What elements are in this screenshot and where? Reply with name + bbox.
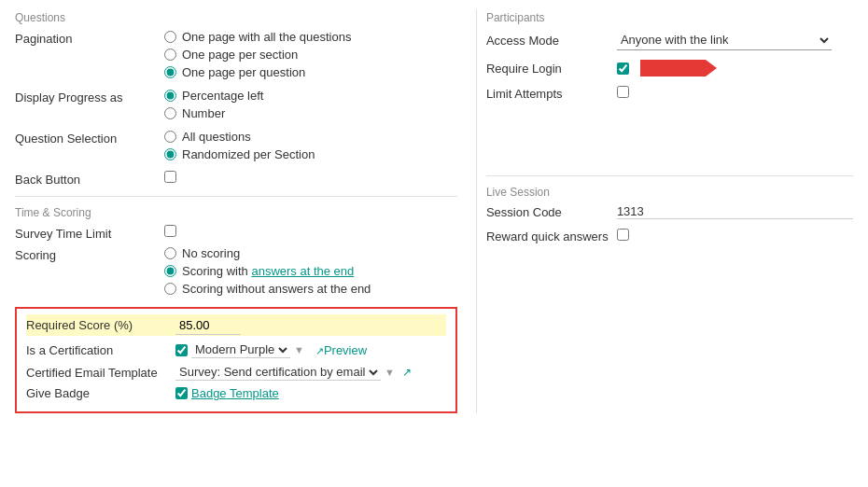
scoring-radio-1[interactable] xyxy=(164,265,176,277)
is-certification-label: Is a Certification xyxy=(26,343,175,357)
is-certification-checkbox[interactable] xyxy=(175,344,188,356)
is-certification-row: Is a Certification Modern Purple Classic… xyxy=(26,341,446,358)
access-mode-value: Anyone with the link Invited people only… xyxy=(617,30,853,50)
display-progress-row: Display Progress as Percentage left Numb… xyxy=(15,89,457,124)
pagination-label-2: One page per question xyxy=(182,65,305,79)
scoring-option-1[interactable]: Scoring with answers at the end xyxy=(164,264,457,278)
scoring-row: Scoring No scoring Scoring with answers … xyxy=(15,246,457,299)
session-code-row: Session Code 1313 xyxy=(486,204,853,219)
require-login-checkbox[interactable] xyxy=(617,63,629,75)
display-progress-radio-0[interactable] xyxy=(164,90,176,102)
limit-attempts-checkbox[interactable] xyxy=(617,86,629,98)
back-button-row: Back Button xyxy=(15,171,457,187)
question-selection-row: Question Selection All questions Randomi… xyxy=(15,130,457,165)
email-dropdown-icon: ▼ xyxy=(385,367,395,378)
certification-template-select[interactable]: Modern Purple Classic Blue Simple White xyxy=(191,341,290,358)
pagination-radio-2[interactable] xyxy=(164,66,176,78)
preview-link[interactable]: ↗Preview xyxy=(315,343,367,357)
question-selection-label-0: All questions xyxy=(182,130,251,144)
scoring-radio-2[interactable] xyxy=(164,283,176,295)
certified-email-row: Certified Email Template Survey: Send ce… xyxy=(26,364,446,381)
red-arrow-indicator xyxy=(640,60,706,77)
time-scoring-title: Time & Scoring xyxy=(15,206,457,219)
pagination-row: Pagination One page with all the questio… xyxy=(15,30,457,83)
require-login-value xyxy=(617,60,853,77)
display-progress-options: Percentage left Number xyxy=(164,89,457,124)
display-progress-option-0[interactable]: Percentage left xyxy=(164,89,457,103)
required-score-label: Required Score (%) xyxy=(26,314,175,336)
reward-quick-answers-label: Reward quick answers xyxy=(486,230,617,244)
back-button-label: Back Button xyxy=(15,171,164,187)
pagination-options: One page with all the questions One page… xyxy=(164,30,457,83)
pagination-radio-0[interactable] xyxy=(164,31,176,43)
limit-attempts-value xyxy=(617,86,853,101)
external-link-icon: ↗ xyxy=(315,345,324,356)
survey-time-limit-checkbox-wrap[interactable] xyxy=(164,225,457,237)
scoring-label-0: No scoring xyxy=(182,246,240,260)
certified-email-value: Survey: Send certification by email ▼ ↗ xyxy=(175,364,446,381)
certified-email-select[interactable]: Survey: Send certification by email xyxy=(175,364,381,381)
scoring-option-0[interactable]: No scoring xyxy=(164,246,457,260)
back-button-checkbox[interactable] xyxy=(164,171,176,183)
survey-time-limit-options xyxy=(164,225,457,237)
require-login-row: Require Login xyxy=(486,60,853,77)
session-code-label: Session Code xyxy=(486,205,617,219)
pagination-label-0: One page with all the questions xyxy=(182,30,351,44)
access-mode-row: Access Mode Anyone with the link Invited… xyxy=(486,30,853,50)
question-selection-option-0[interactable]: All questions xyxy=(164,130,457,144)
pagination-option-1[interactable]: One page per section xyxy=(164,48,457,62)
pagination-option-0[interactable]: One page with all the questions xyxy=(164,30,457,44)
scoring-answers-link[interactable]: answers at the end xyxy=(251,264,354,278)
participants-section-title: Participants xyxy=(486,11,853,24)
session-code-value: 1313 xyxy=(617,204,853,219)
reward-quick-answers-value xyxy=(617,229,853,244)
access-mode-select[interactable]: Anyone with the link Invited people only… xyxy=(617,30,832,50)
survey-time-limit-label: Survey Time Limit xyxy=(15,225,164,241)
require-login-label: Require Login xyxy=(486,62,617,76)
question-selection-label-1: Randomized per Section xyxy=(182,147,315,161)
certified-email-label: Certified Email Template xyxy=(26,366,175,380)
pagination-label-1: One page per section xyxy=(182,48,298,62)
pagination-label: Pagination xyxy=(15,30,164,46)
back-button-checkbox-wrap[interactable] xyxy=(164,171,457,183)
give-badge-value: Badge Template xyxy=(175,386,446,400)
scoring-label-2: Scoring without answers at the end xyxy=(182,282,371,296)
reward-quick-answers-checkbox[interactable] xyxy=(617,229,629,241)
scoring-label: Scoring xyxy=(15,246,164,262)
reward-quick-answers-row: Reward quick answers xyxy=(486,229,853,244)
display-progress-radio-1[interactable] xyxy=(164,107,176,119)
pagination-option-2[interactable]: One page per question xyxy=(164,65,457,79)
badge-template-link[interactable]: Badge Template xyxy=(191,386,279,400)
display-progress-option-1[interactable]: Number xyxy=(164,106,457,120)
certification-box: Required Score (%) Is a Certification Mo… xyxy=(15,307,457,413)
survey-time-limit-row: Survey Time Limit xyxy=(15,225,457,241)
dropdown-icon: ▼ xyxy=(294,344,304,355)
question-selection-radio-0[interactable] xyxy=(164,131,176,143)
access-mode-label: Access Mode xyxy=(486,34,617,48)
scoring-radio-0[interactable] xyxy=(164,247,176,259)
question-selection-label: Question Selection xyxy=(15,130,164,146)
scoring-option-2[interactable]: Scoring without answers at the end xyxy=(164,282,457,296)
required-score-row: Required Score (%) xyxy=(26,314,446,336)
email-template-link[interactable]: ↗ xyxy=(402,366,412,379)
questions-section-title: Questions xyxy=(15,11,457,24)
limit-attempts-row: Limit Attempts xyxy=(486,86,853,101)
live-session-title: Live Session xyxy=(486,186,853,199)
back-button-options xyxy=(164,171,457,183)
give-badge-label: Give Badge xyxy=(26,386,175,400)
pagination-radio-1[interactable] xyxy=(164,49,176,61)
required-score-input[interactable] xyxy=(175,316,241,335)
display-progress-label: Display Progress as xyxy=(15,89,164,104)
scoring-label-1: Scoring with answers at the end xyxy=(182,264,354,278)
question-selection-option-1[interactable]: Randomized per Section xyxy=(164,147,457,161)
question-selection-options: All questions Randomized per Section xyxy=(164,130,457,165)
limit-attempts-label: Limit Attempts xyxy=(486,87,617,101)
give-badge-row: Give Badge Badge Template xyxy=(26,386,446,400)
scoring-options: No scoring Scoring with answers at the e… xyxy=(164,246,457,299)
display-progress-label-1: Number xyxy=(182,106,225,120)
is-certification-value: Modern Purple Classic Blue Simple White … xyxy=(175,341,446,358)
question-selection-radio-1[interactable] xyxy=(164,148,176,160)
survey-time-limit-checkbox[interactable] xyxy=(164,225,176,237)
display-progress-label-0: Percentage left xyxy=(182,89,263,103)
give-badge-checkbox[interactable] xyxy=(175,387,188,399)
